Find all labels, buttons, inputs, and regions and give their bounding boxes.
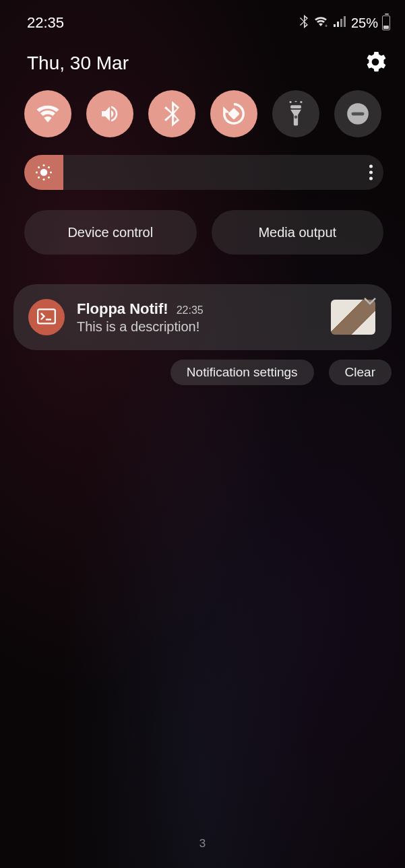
brightness-more-button[interactable]: [369, 165, 373, 180]
wifi-icon: [35, 104, 61, 124]
svg-rect-5: [228, 108, 240, 120]
sound-toggle[interactable]: [86, 90, 133, 137]
panel-header: Thu, 30 Mar: [0, 34, 405, 75]
svg-point-16: [36, 171, 38, 173]
minus-circle-icon: [345, 101, 371, 127]
clear-button[interactable]: Clear: [329, 360, 392, 385]
svg-point-7: [294, 115, 298, 119]
bluetooth-icon: [163, 101, 181, 127]
notification-settings-button[interactable]: Notification settings: [170, 360, 314, 385]
wifi-status-icon: +: [313, 15, 328, 31]
svg-rect-3: [340, 19, 342, 27]
svg-rect-2: [337, 22, 339, 27]
notification-time: 22:35: [177, 304, 204, 316]
chevron-down-icon: [363, 296, 377, 306]
svg-rect-1: [334, 24, 336, 27]
header-date: Thu, 30 Mar: [27, 53, 129, 74]
notification-app-icon: [28, 299, 65, 335]
dnd-toggle[interactable]: [334, 90, 381, 137]
svg-rect-23: [46, 319, 51, 320]
notification-actions: Notification settings Clear: [0, 350, 405, 385]
status-right: + 25%: [299, 15, 390, 32]
svg-point-13: [40, 169, 48, 176]
notification-title: Floppa Notif!: [77, 300, 168, 318]
svg-point-19: [48, 166, 50, 168]
nav-indicator: 3: [199, 837, 206, 850]
rotate-icon: [221, 101, 247, 127]
notification-body: Floppa Notif! 22:35 This is a descriptio…: [77, 300, 319, 335]
brightness-fill: [24, 155, 63, 190]
battery-icon: [382, 15, 390, 30]
gear-icon: [365, 51, 386, 73]
flashlight-toggle[interactable]: [272, 90, 319, 137]
battery-percent: 25%: [351, 15, 378, 31]
notification-expand-button[interactable]: [363, 296, 377, 308]
svg-rect-6: [290, 105, 301, 108]
signal-status-icon: [332, 15, 346, 31]
svg-point-9: [294, 101, 297, 102]
sun-icon: [34, 163, 53, 182]
notification-settings-label: Notification settings: [187, 365, 298, 379]
svg-text:+: +: [325, 24, 328, 28]
svg-point-21: [48, 176, 50, 178]
clear-label: Clear: [345, 365, 375, 379]
terminal-icon: [37, 308, 56, 326]
device-control-label: Device control: [67, 225, 153, 240]
speaker-icon: [98, 103, 122, 125]
status-bar: 22:35 + 25%: [0, 0, 405, 34]
svg-point-15: [42, 178, 44, 180]
device-control-button[interactable]: Device control: [24, 210, 197, 255]
control-row: Device control Media output: [0, 190, 405, 255]
notification-description: This is a description!: [77, 319, 319, 335]
rotate-toggle[interactable]: [210, 90, 257, 137]
svg-point-17: [50, 171, 52, 173]
svg-rect-22: [38, 309, 55, 323]
status-time: 22:35: [27, 14, 64, 32]
svg-point-10: [300, 101, 302, 103]
notification-card[interactable]: Floppa Notif! 22:35 This is a descriptio…: [13, 284, 392, 350]
svg-rect-4: [344, 16, 346, 27]
bluetooth-toggle[interactable]: [148, 90, 195, 137]
svg-point-20: [38, 176, 40, 178]
svg-point-8: [290, 101, 292, 103]
media-output-label: Media output: [258, 225, 336, 240]
media-output-button[interactable]: Media output: [212, 210, 384, 255]
brightness-slider[interactable]: [24, 155, 383, 190]
svg-point-18: [38, 166, 40, 168]
settings-button[interactable]: [365, 51, 386, 75]
flashlight-icon: [286, 101, 305, 127]
wifi-toggle[interactable]: [24, 90, 71, 137]
quick-settings-row: [0, 75, 405, 137]
svg-rect-12: [352, 112, 365, 116]
svg-point-14: [42, 164, 44, 166]
bluetooth-status-icon: [299, 15, 309, 32]
